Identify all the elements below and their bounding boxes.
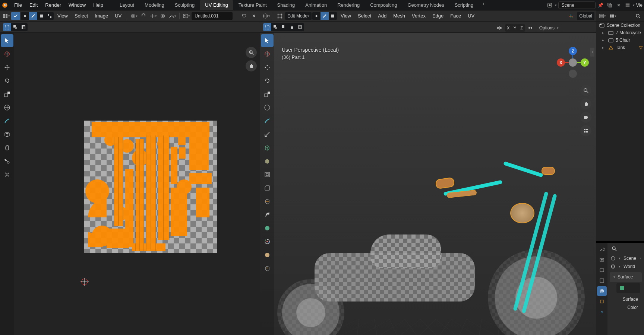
tool-select-box[interactable]: [1, 34, 13, 47]
axis-y[interactable]: Y: [581, 58, 589, 67]
breadcrumb-scene[interactable]: Scene: [624, 256, 636, 261]
uv-sel-edge[interactable]: [29, 12, 37, 20]
vtool-extrude[interactable]: [261, 155, 274, 168]
vtool-smooth[interactable]: [261, 249, 274, 261]
menu-help[interactable]: Help: [89, 1, 107, 9]
uv-selshape-sub[interactable]: [19, 23, 28, 31]
axis-neg-z[interactable]: [569, 70, 577, 78]
vp-pan-icon[interactable]: [580, 98, 591, 109]
vtool-bevel[interactable]: [261, 182, 274, 194]
menu-edit[interactable]: Edit: [26, 1, 41, 9]
ws-uv-editing[interactable]: UV Editing: [200, 0, 233, 10]
vp-camera-icon[interactable]: [580, 112, 591, 123]
vp-menu-mesh[interactable]: Mesh: [390, 12, 408, 20]
vp-menu-view[interactable]: View: [338, 12, 354, 20]
ws-shading[interactable]: Shading: [272, 0, 300, 10]
uv-selshape-extend[interactable]: [11, 23, 19, 31]
tool-rotate[interactable]: [1, 74, 13, 87]
chevron-down-icon[interactable]: ▾: [633, 3, 635, 7]
ws-compositing[interactable]: Compositing: [365, 0, 402, 10]
sel-face[interactable]: [329, 12, 337, 20]
uv-image-shield-icon[interactable]: 🛡: [240, 12, 249, 20]
vtool-inset[interactable]: [261, 168, 274, 181]
props-search-icon[interactable]: [610, 245, 619, 253]
mirror-z[interactable]: Z: [518, 24, 525, 32]
vtool-measure[interactable]: [261, 128, 274, 141]
ws-sculpting[interactable]: Sculpting: [170, 0, 200, 10]
tool-annotate[interactable]: [1, 115, 13, 127]
tool-pinch[interactable]: [1, 168, 13, 181]
disclosure-icon[interactable]: ▸: [602, 46, 606, 50]
disclosure-icon[interactable]: ▸: [602, 31, 606, 35]
mode-dropdown[interactable]: Edit Mode ▾: [285, 12, 312, 20]
prop-falloff-dropdown[interactable]: ▾: [168, 12, 177, 20]
scene-name-field[interactable]: Scene: [558, 1, 596, 9]
outliner-root[interactable]: Scene Collection: [596, 22, 644, 29]
orientation-icon[interactable]: [566, 12, 575, 20]
outliner-tree[interactable]: Scene Collection ▸ 7 Motorcycle ▸ 5 Chai…: [596, 22, 644, 241]
menu-window[interactable]: Window: [65, 1, 89, 9]
ws-texture-paint[interactable]: Texture Paint: [233, 0, 272, 10]
viewlayer-browse-icon[interactable]: [624, 1, 631, 9]
mirror-x[interactable]: X: [505, 24, 512, 32]
ptab-render[interactable]: [597, 255, 607, 265]
image-browse[interactable]: ▾: [182, 12, 191, 20]
tool-relax[interactable]: [1, 155, 13, 168]
vp-selshape-int[interactable]: [288, 23, 296, 31]
ws-scripting[interactable]: Scripting: [449, 0, 479, 10]
vtool-scale[interactable]: [261, 88, 274, 100]
vtool-spin[interactable]: [261, 235, 274, 248]
uv-canvas[interactable]: [14, 33, 260, 335]
ptab-tool[interactable]: [597, 245, 607, 254]
uv-pan-icon[interactable]: [246, 60, 257, 71]
vp-selshape-inv[interactable]: [296, 23, 304, 31]
tool-cursor[interactable]: [1, 48, 13, 60]
vtool-annotate[interactable]: [261, 115, 274, 127]
ws-modeling[interactable]: Modeling: [139, 0, 170, 10]
output-surface[interactable]: Surface: [620, 295, 644, 303]
mirror-y[interactable]: Y: [512, 24, 518, 32]
ws-rendering[interactable]: Rendering: [332, 0, 365, 10]
uv-sel-island[interactable]: [45, 12, 54, 20]
outliner-search-icon[interactable]: [634, 12, 643, 20]
pin-icon[interactable]: 📌: [597, 1, 604, 9]
menu-file[interactable]: File: [10, 1, 26, 9]
vtool-move[interactable]: [261, 61, 274, 74]
world-selector[interactable]: ▾ World: [607, 262, 644, 271]
outliner-item-2[interactable]: ▸ Tank ▽: [596, 44, 644, 51]
vp-selshape-sub[interactable]: [280, 23, 288, 31]
vtool-transform[interactable]: [261, 101, 274, 114]
add-workspace[interactable]: +: [479, 0, 489, 10]
tool-scale[interactable]: [1, 88, 13, 100]
vp-menu-edge[interactable]: Edge: [429, 12, 446, 20]
vtool-loop-cut[interactable]: [261, 195, 274, 208]
tool-rip[interactable]: [1, 128, 13, 141]
tool-grab[interactable]: [1, 141, 13, 154]
sel-vertex[interactable]: [312, 12, 321, 20]
vp-menu-vertex[interactable]: Vertex: [409, 12, 429, 20]
surface-section[interactable]: ▾ Surface: [610, 272, 642, 282]
chevron-down-icon[interactable]: ▾: [555, 3, 557, 7]
uv-image-x-icon[interactable]: ✕: [249, 12, 258, 20]
ws-layout[interactable]: Layout: [114, 0, 139, 10]
vtool-polybuild[interactable]: [261, 222, 274, 234]
ptab-object[interactable]: [597, 297, 607, 306]
vp-menu-face[interactable]: Face: [447, 12, 464, 20]
ptab-modifier[interactable]: [597, 307, 607, 317]
mirror-icon[interactable]: [496, 24, 503, 32]
axis-x[interactable]: X: [557, 58, 565, 67]
snap-toggle[interactable]: [139, 12, 148, 20]
uv-sel-face[interactable]: [37, 12, 45, 20]
outliner-item-1[interactable]: ▸ 5 Chair: [596, 36, 644, 44]
n-panel-toggle[interactable]: ‹: [590, 48, 594, 57]
ws-animation[interactable]: Animation: [300, 0, 332, 10]
pivot-dropdown[interactable]: ▾: [129, 12, 138, 20]
outliner-type-dropdown[interactable]: ▾: [598, 12, 607, 20]
ws-geo-nodes[interactable]: Geometry Nodes: [402, 0, 449, 10]
tool-transform[interactable]: [1, 101, 13, 114]
automerge-toggle[interactable]: [527, 24, 534, 32]
vp-persp-icon[interactable]: [580, 125, 591, 136]
outliner-display-dropdown[interactable]: ▾: [608, 12, 617, 20]
vtool-cursor[interactable]: [261, 48, 274, 60]
disclosure-icon[interactable]: ▸: [602, 38, 606, 42]
